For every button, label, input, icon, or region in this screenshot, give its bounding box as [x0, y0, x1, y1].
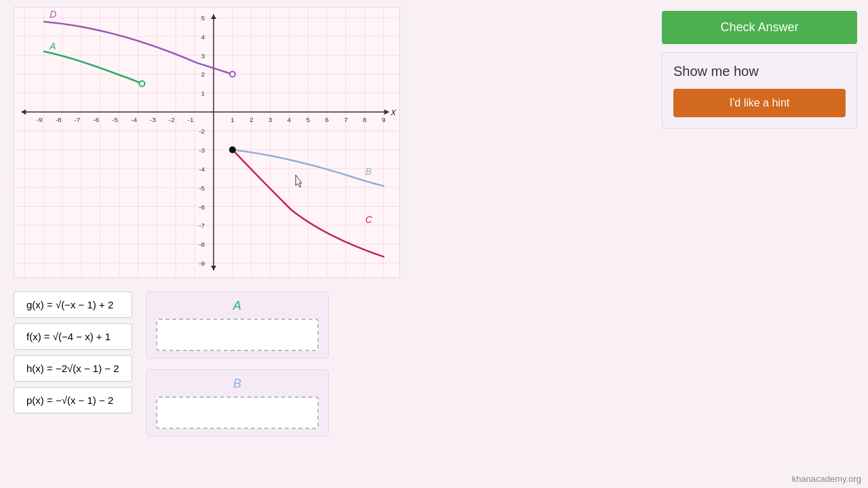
svg-text:6: 6	[325, 116, 329, 123]
svg-rect-0	[14, 7, 399, 277]
svg-text:-1: -1	[188, 116, 194, 123]
svg-point-71	[230, 72, 235, 77]
svg-text:2: 2	[201, 70, 205, 78]
svg-text:-4: -4	[199, 165, 205, 173]
main-content: x -9 -8 -7 -6 -5 -4 -3 -2 -1 1 2 3 4 5 6…	[0, 0, 651, 488]
svg-text:4: 4	[288, 116, 292, 123]
svg-text:A: A	[49, 41, 56, 52]
svg-text:-3: -3	[150, 116, 156, 123]
drop-zone-B-inner[interactable]	[156, 396, 319, 429]
drop-zone-B-label: B	[156, 377, 319, 391]
function-label-p: p(x) = −√(x − 1) − 2	[26, 394, 113, 406]
function-card-g[interactable]: g(x) = √(−x − 1) + 2	[14, 291, 132, 318]
svg-text:-2: -2	[199, 127, 205, 135]
svg-text:5: 5	[306, 116, 310, 123]
hint-button[interactable]: I'd like a hint	[673, 89, 846, 117]
svg-text:-8: -8	[199, 241, 205, 248]
drop-zone-container: A B	[146, 291, 329, 436]
function-card-p[interactable]: p(x) = −√(x − 1) − 2	[14, 387, 132, 413]
drop-zone-A-inner[interactable]	[156, 319, 319, 351]
function-card-f[interactable]: f(x) = √(−4 − x) + 1	[14, 323, 132, 350]
drop-zone-A[interactable]: A	[146, 291, 329, 359]
svg-text:-5: -5	[112, 116, 118, 123]
sidebar: Check Answer Show me how I'd like a hint	[651, 0, 868, 488]
svg-text:-6: -6	[199, 203, 205, 211]
svg-text:-7: -7	[75, 116, 81, 123]
drop-zone-A-label: A	[156, 299, 319, 313]
svg-text:C: C	[366, 214, 373, 225]
svg-text:-9: -9	[199, 260, 205, 267]
bottom-area: g(x) = √(−x − 1) + 2 f(x) = √(−4 − x) + …	[14, 291, 637, 436]
function-label-g: g(x) = √(−x − 1) + 2	[26, 299, 113, 310]
svg-text:-6: -6	[93, 116, 99, 123]
svg-text:-3: -3	[199, 146, 205, 154]
svg-point-73	[140, 81, 145, 86]
svg-text:9: 9	[382, 116, 386, 123]
svg-text:3: 3	[269, 116, 273, 123]
svg-text:-8: -8	[56, 116, 62, 123]
svg-text:B: B	[366, 166, 372, 177]
show-me-how-title: Show me how	[673, 64, 846, 79]
graph-container: x -9 -8 -7 -6 -5 -4 -3 -2 -1 1 2 3 4 5 6…	[14, 7, 400, 278]
svg-text:3: 3	[201, 52, 205, 60]
graph-svg: x -9 -8 -7 -6 -5 -4 -3 -2 -1 1 2 3 4 5 6…	[14, 7, 399, 277]
function-card-h[interactable]: h(x) = −2√(x − 1) − 2	[14, 355, 132, 382]
svg-text:1: 1	[201, 89, 205, 97]
svg-text:x: x	[391, 106, 397, 117]
svg-text:-4: -4	[131, 116, 137, 123]
show-me-how-box: Show me how I'd like a hint	[662, 52, 857, 129]
check-answer-button[interactable]: Check Answer	[662, 11, 857, 44]
svg-text:-9: -9	[37, 116, 43, 123]
drop-zone-B[interactable]: B	[146, 369, 329, 436]
svg-text:8: 8	[363, 116, 367, 123]
svg-text:-5: -5	[199, 184, 205, 192]
function-label-f: f(x) = √(−4 − x) + 1	[26, 331, 111, 342]
svg-text:5: 5	[201, 14, 205, 22]
svg-text:4: 4	[201, 33, 205, 41]
svg-point-77	[229, 146, 236, 153]
svg-text:-7: -7	[199, 222, 205, 229]
footer-brand: khanacademy.org	[792, 474, 861, 484]
function-label-h: h(x) = −2√(x − 1) − 2	[26, 363, 119, 374]
svg-text:-2: -2	[169, 116, 175, 123]
svg-text:1: 1	[231, 116, 235, 123]
function-list: g(x) = √(−x − 1) + 2 f(x) = √(−4 − x) + …	[14, 291, 132, 413]
svg-text:D: D	[50, 9, 56, 20]
svg-text:2: 2	[250, 116, 254, 123]
svg-text:7: 7	[344, 116, 348, 123]
